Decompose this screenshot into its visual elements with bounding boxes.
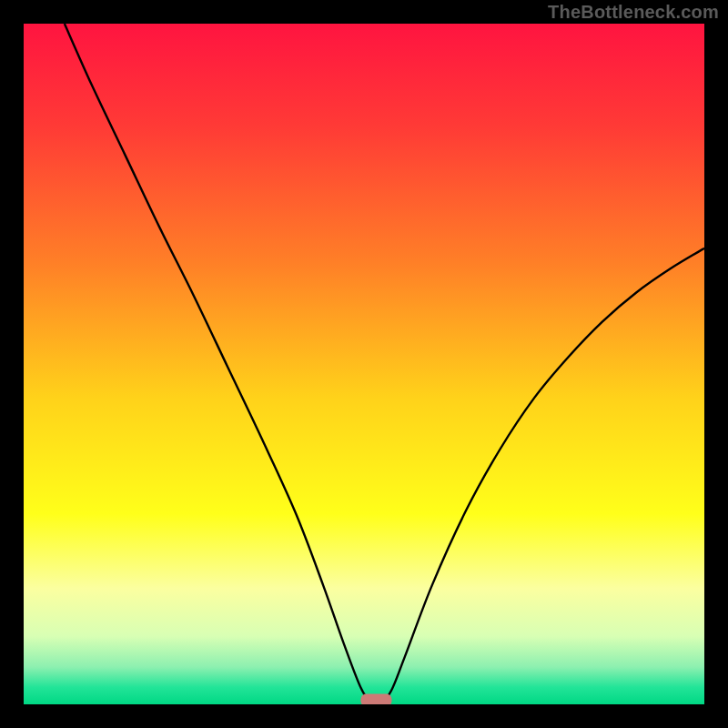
optimal-marker bbox=[360, 694, 391, 704]
gradient-background bbox=[24, 24, 704, 704]
watermark-text: TheBottleneck.com bbox=[548, 2, 719, 23]
plot-area bbox=[24, 24, 704, 704]
chart-container: TheBottleneck.com bbox=[0, 0, 728, 728]
bottleneck-chart bbox=[24, 24, 704, 704]
